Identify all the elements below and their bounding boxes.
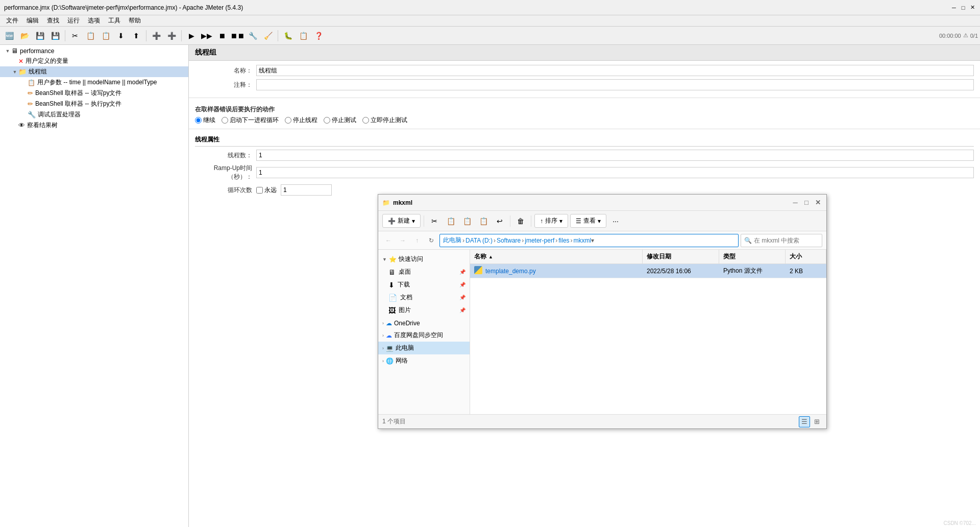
nav-refresh[interactable]: ↻ <box>425 234 437 247</box>
tree-item-debug-postprocessor[interactable]: 🔧 调试后置处理器 <box>0 109 188 120</box>
toolbar-collapse[interactable]: ⬆ <box>129 29 143 43</box>
copy-path-button[interactable]: 📋 <box>476 214 491 228</box>
toolbar-paste[interactable]: 📋 <box>99 29 113 43</box>
tree-item-beanshell1[interactable]: ✏ BeanShell 取样器 -- 读写py文件 <box>0 88 188 99</box>
toolbar-stop-now[interactable]: ⏹⏹ <box>230 29 244 43</box>
menu-item-工具[interactable]: 工具 <box>104 15 125 26</box>
toolbar-run[interactable]: ▶ <box>184 29 199 43</box>
toolbar-stop[interactable]: ⏹ <box>215 29 229 43</box>
breadcrumb-dropdown[interactable]: ▾ <box>591 237 594 244</box>
menu-item-编辑[interactable]: 编辑 <box>22 15 43 26</box>
undo-button[interactable]: ↩ <box>493 214 507 228</box>
toolbar-functions[interactable]: 🐛 <box>281 29 295 43</box>
dialog-close[interactable]: ✕ <box>813 198 822 207</box>
toolbar-shutdown[interactable]: 🔧 <box>246 29 260 43</box>
sort-button[interactable]: ↑ 排序 ▾ <box>534 214 568 228</box>
menu-item-查找[interactable]: 查找 <box>43 15 63 26</box>
bc-software[interactable]: Software <box>497 237 521 244</box>
menu-item-选项[interactable]: 选项 <box>84 15 104 26</box>
menu-item-运行[interactable]: 运行 <box>63 15 84 26</box>
bc-mkxml[interactable]: mkxml <box>574 237 592 244</box>
col-type[interactable]: 类型 <box>719 250 786 264</box>
ramp-up-row: Ramp-Up时间（秒）： <box>195 164 974 181</box>
toolbar-clear[interactable]: 🧹 <box>261 29 275 43</box>
radio-continue[interactable]: 继续 <box>195 116 215 125</box>
view-button[interactable]: ☰ 查看 ▾ <box>570 214 606 228</box>
baidu-header[interactable]: › ☁ 百度网盘同步空间 <box>378 329 470 342</box>
col-name[interactable]: 名称 ▲ <box>470 250 643 264</box>
tree-item-user-vars[interactable]: ✕ 用户定义的变量 <box>0 56 188 66</box>
sidebar-documents[interactable]: 📄 文档 📌 <box>378 291 470 304</box>
menu-item-帮助[interactable]: 帮助 <box>125 15 145 26</box>
onedrive-header[interactable]: › ☁ OneDrive <box>378 318 470 329</box>
dialog-maximize[interactable]: □ <box>802 198 811 207</box>
tree-item-thread-group[interactable]: ▼ 📁 线程组 <box>0 66 188 77</box>
loop-count-input[interactable] <box>281 184 332 196</box>
view-tiles-button[interactable]: ⊞ <box>811 416 822 427</box>
view-details-button[interactable]: ☰ <box>799 416 810 427</box>
toolbar-add-thread[interactable]: ➕ <box>164 29 179 43</box>
thread-count-input[interactable] <box>256 150 974 161</box>
toolbar-template[interactable]: 📋 <box>296 29 310 43</box>
bc-data[interactable]: DATA (D:) <box>465 237 493 244</box>
toolbar-save[interactable]: 💾 <box>33 29 47 43</box>
tree-item-results-tree[interactable]: 👁 察看结果树 <box>0 120 188 131</box>
sort-icon: ↑ <box>540 218 543 225</box>
copy-button[interactable]: 📋 <box>444 214 458 228</box>
cut-button[interactable]: ✂ <box>427 214 442 228</box>
toolbar-open[interactable]: 📂 <box>17 29 32 43</box>
dialog-controls: ─ □ ✕ <box>791 198 822 207</box>
quick-access-header[interactable]: ▼ ⭐ 快速访问 <box>378 253 470 266</box>
paste-button[interactable]: 📋 <box>460 214 474 228</box>
radio-start-next[interactable]: 启动下一进程循环 <box>222 116 279 125</box>
file-name-template-demo: template_demo.py <box>470 264 643 278</box>
thispc-header[interactable]: › 💻 此电脑 <box>378 342 470 354</box>
file-row-template-demo[interactable]: template_demo.py 2022/5/28 16:06 Python … <box>470 264 826 278</box>
bc-this-pc[interactable]: 此电脑 <box>443 236 461 245</box>
dialog-minimize[interactable]: ─ <box>791 198 800 207</box>
toolbar-sep-3 <box>531 215 531 227</box>
tree-item-performance[interactable]: ▼ 🖥 performance <box>0 46 188 56</box>
dialog-folder-icon: 📁 <box>382 199 390 206</box>
col-date[interactable]: 修改日期 <box>643 250 719 264</box>
loop-forever-checkbox[interactable]: 永远 <box>256 186 277 195</box>
bc-files[interactable]: files <box>558 237 569 244</box>
maximize-button[interactable]: □ <box>960 4 967 11</box>
toolbar-copy[interactable]: 📋 <box>83 29 97 43</box>
dialog-toolbar: ➕ 新建 ▾ ✂ 📋 📋 📋 ↩ 🗑 ↑ 排序 ▾ <box>378 211 826 231</box>
search-input[interactable] <box>754 237 810 244</box>
ramp-up-input[interactable] <box>256 167 974 178</box>
tree-item-beanshell2[interactable]: ✏ BeanShell 取样器 -- 执行py文件 <box>0 99 188 109</box>
toolbar-new[interactable]: 🆕 <box>2 29 16 43</box>
tree-item-user-params[interactable]: 📋 用户参数 -- time || modelName || modelType <box>0 77 188 88</box>
toolbar-expand[interactable]: ⬇ <box>114 29 128 43</box>
new-button[interactable]: ➕ 新建 ▾ <box>382 214 421 228</box>
radio-stop-thread[interactable]: 停止线程 <box>285 116 317 125</box>
file-type-template-demo: Python 源文件 <box>719 264 786 278</box>
sidebar-downloads[interactable]: ⬇ 下载 📌 <box>378 278 470 291</box>
nav-up[interactable]: ↑ <box>411 234 423 247</box>
minimize-button[interactable]: ─ <box>950 4 958 11</box>
more-button[interactable]: ··· <box>608 214 623 228</box>
toolbar-add-test[interactable]: ➕ <box>149 29 163 43</box>
radio-stop-test-now[interactable]: 立即停止测试 <box>362 116 407 125</box>
sidebar-desktop[interactable]: 🖥 桌面 📌 <box>378 266 470 278</box>
col-size[interactable]: 大小 <box>786 250 826 264</box>
nav-back[interactable]: ← <box>382 234 395 247</box>
toolbar-help[interactable]: ❓ <box>311 29 326 43</box>
delete-button[interactable]: 🗑 <box>513 214 528 228</box>
toolbar-cut[interactable]: ✂ <box>68 29 82 43</box>
toolbar-saveas[interactable]: 💾 <box>48 29 62 43</box>
comment-input[interactable] <box>256 79 974 90</box>
network-header[interactable]: › 🌐 网络 <box>378 354 470 367</box>
quick-access-section: ▼ ⭐ 快速访问 🖥 桌面 📌 ⬇ 下载 📌 <box>378 252 470 318</box>
toolbar-run-nodebug[interactable]: ▶▶ <box>200 29 214 43</box>
sidebar-pictures[interactable]: 🖼 图片 📌 <box>378 304 470 317</box>
close-button[interactable]: ✕ <box>969 4 976 11</box>
radio-stop-test[interactable]: 停止测试 <box>324 116 356 125</box>
nav-forward[interactable]: → <box>397 234 409 247</box>
breadcrumb-bar: 此电脑 › DATA (D:) › Software › jmeter-perf… <box>439 234 739 247</box>
name-input[interactable] <box>256 65 974 76</box>
bc-jmeter[interactable]: jmeter-perf <box>525 237 554 244</box>
menu-item-文件[interactable]: 文件 <box>2 15 22 26</box>
